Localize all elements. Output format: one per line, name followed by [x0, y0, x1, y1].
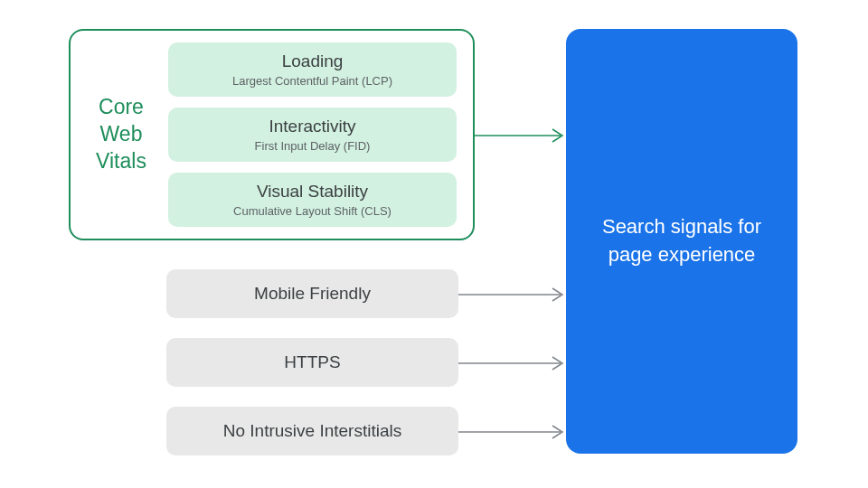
metric-visual-stability: Visual Stability Cumulative Layout Shift…: [168, 173, 457, 227]
cwv-metrics-list: Loading Largest Contentful Paint (LCP) I…: [168, 42, 457, 226]
diagram-canvas: Core Web Vitals Loading Largest Contentf…: [0, 0, 868, 488]
metric-loading: Loading Largest Contentful Paint (LCP): [168, 42, 457, 97]
metric-subtitle: Largest Contentful Paint (LCP): [183, 74, 442, 88]
arrow-https: [458, 354, 570, 372]
arrow-interstitials: [458, 423, 570, 441]
metric-title: Interactivity: [183, 117, 442, 137]
signal-https: HTTPS: [166, 338, 458, 387]
metric-subtitle: Cumulative Layout Shift (CLS): [183, 204, 442, 218]
metric-subtitle: First Input Delay (FID): [183, 139, 442, 153]
metric-title: Visual Stability: [183, 182, 442, 202]
search-signals-target: Search signals for page experience: [566, 29, 797, 454]
signal-no-interstitials: No Intrusive Interstitials: [166, 407, 458, 455]
metric-interactivity: Interactivity First Input Delay (FID): [168, 108, 457, 162]
target-label: Search signals for page experience: [584, 213, 779, 269]
metric-title: Loading: [183, 52, 442, 72]
core-web-vitals-group: Core Web Vitals Loading Largest Contentf…: [69, 29, 475, 240]
signal-mobile-friendly: Mobile Friendly: [166, 269, 458, 318]
cwv-label: Core Web Vitals: [81, 94, 161, 175]
arrow-cwv: [475, 127, 570, 145]
arrow-mobile: [458, 286, 570, 304]
